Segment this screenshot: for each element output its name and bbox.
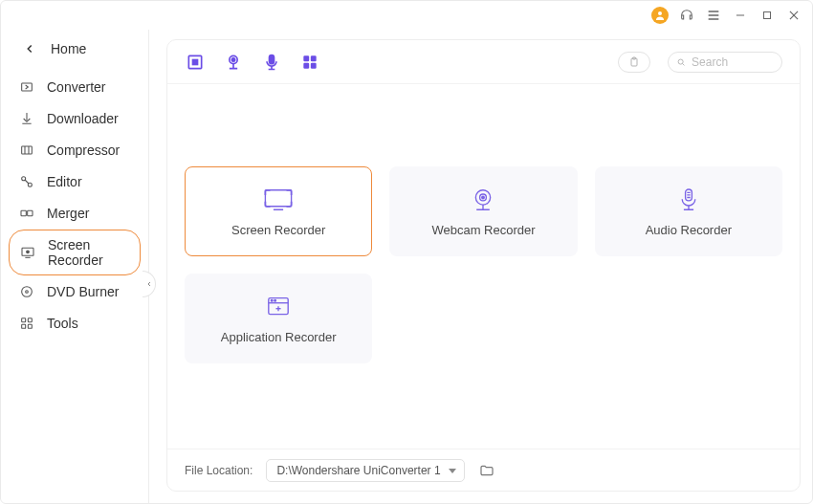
sidebar-item-merger[interactable]: Merger <box>9 198 141 229</box>
svg-point-21 <box>26 291 29 294</box>
sidebar-item-converter[interactable]: Converter <box>9 72 141 102</box>
svg-rect-15 <box>21 210 26 215</box>
svg-rect-27 <box>193 59 198 64</box>
sidebar-item-compressor[interactable]: Compressor <box>9 135 141 165</box>
file-location-path: D:\Wondershare UniConverter 1 <box>276 464 440 477</box>
application-recorder-card[interactable]: Application Recorder <box>185 274 372 363</box>
content-panel: Screen Recorder Webcam Recorder <box>166 39 801 492</box>
merger-icon <box>18 205 35 222</box>
svg-line-14 <box>25 180 29 184</box>
sidebar-item-tools[interactable]: Tools <box>9 308 141 339</box>
card-label: Screen Recorder <box>231 223 325 237</box>
open-folder-button[interactable] <box>478 462 495 479</box>
body: Home Converter Downloader <box>1 30 812 503</box>
sidebar-item-label: Editor <box>47 174 82 189</box>
sidebar-item-label: Downloader <box>47 111 119 126</box>
sidebar: Home Converter Downloader <box>1 30 149 503</box>
sidebar-item-label: Converter <box>47 79 105 95</box>
svg-rect-5 <box>764 12 771 19</box>
svg-line-41 <box>683 63 685 65</box>
svg-rect-31 <box>270 55 275 63</box>
downloader-icon <box>18 110 35 127</box>
card-label: Application Recorder <box>221 330 337 344</box>
svg-rect-34 <box>303 55 309 61</box>
main: Screen Recorder Webcam Recorder <box>149 30 812 503</box>
svg-rect-35 <box>311 55 317 61</box>
footer: File Location: D:\Wondershare UniConvert… <box>167 449 800 491</box>
file-location-label: File Location: <box>185 464 253 477</box>
search-input[interactable] <box>692 55 774 69</box>
search-box[interactable] <box>668 52 782 73</box>
svg-rect-37 <box>311 62 317 68</box>
home-label: Home <box>51 41 86 56</box>
support-icon[interactable] <box>678 7 695 24</box>
sidebar-item-editor[interactable]: Editor <box>9 166 141 197</box>
dvd-burner-icon <box>18 283 35 300</box>
svg-rect-42 <box>266 189 292 206</box>
webcam-recorder-card[interactable]: Webcam Recorder <box>389 166 577 256</box>
menu-icon[interactable] <box>705 7 722 24</box>
mode-webcam-icon[interactable] <box>223 52 244 73</box>
tools-icon <box>18 315 35 332</box>
minimize-button[interactable] <box>732 7 749 24</box>
sidebar-item-label: DVD Burner <box>47 284 119 299</box>
cards-area: Screen Recorder Webcam Recorder <box>167 84 800 449</box>
sidebar-item-dvd-burner[interactable]: DVD Burner <box>9 276 141 307</box>
audio-recorder-card-icon <box>672 186 705 213</box>
svg-point-29 <box>231 57 234 60</box>
card-label: Audio Recorder <box>646 223 732 237</box>
application-recorder-card-icon <box>262 294 295 320</box>
svg-point-40 <box>678 59 683 64</box>
maximize-button[interactable] <box>758 7 776 24</box>
user-avatar[interactable] <box>651 7 669 24</box>
svg-rect-25 <box>28 324 32 328</box>
search-icon <box>676 56 686 68</box>
svg-point-46 <box>482 196 485 199</box>
svg-point-0 <box>658 11 662 15</box>
svg-rect-22 <box>22 318 26 322</box>
converter-icon <box>18 78 35 96</box>
sidebar-item-label: Compressor <box>47 142 120 158</box>
mode-apps-icon[interactable] <box>299 52 320 73</box>
mode-screen-icon[interactable] <box>185 52 206 73</box>
svg-rect-23 <box>28 318 32 322</box>
audio-recorder-card[interactable]: Audio Recorder <box>595 166 782 256</box>
file-location-select[interactable]: D:\Wondershare UniConverter 1 <box>266 459 464 482</box>
toolbar <box>167 40 800 84</box>
svg-rect-36 <box>303 62 309 68</box>
titlebar <box>1 1 812 30</box>
screen-recorder-card-icon <box>262 186 295 213</box>
sidebar-item-label: Screen Recorder <box>48 237 130 268</box>
home-row[interactable]: Home <box>1 33 148 68</box>
clipboard-button[interactable] <box>618 52 650 73</box>
sidebar-item-label: Merger <box>47 206 89 221</box>
sidebar-list: Converter Downloader Compressor <box>1 68 148 342</box>
mode-audio-icon[interactable] <box>261 52 282 73</box>
screen-recorder-icon <box>19 244 36 261</box>
webcam-recorder-card-icon <box>467 186 499 213</box>
app-window: Home Converter Downloader <box>0 0 813 504</box>
back-icon[interactable] <box>22 41 37 56</box>
svg-rect-9 <box>22 146 33 154</box>
close-button[interactable] <box>785 7 802 24</box>
svg-point-18 <box>27 251 30 253</box>
svg-point-57 <box>275 299 276 301</box>
svg-point-56 <box>272 299 274 301</box>
svg-rect-8 <box>22 83 33 91</box>
svg-rect-16 <box>28 210 33 215</box>
compressor-icon <box>18 142 35 159</box>
screen-recorder-card[interactable]: Screen Recorder <box>185 166 372 256</box>
svg-rect-24 <box>22 324 26 328</box>
card-label: Webcam Recorder <box>431 223 535 237</box>
sidebar-item-label: Tools <box>47 316 78 331</box>
sidebar-item-screen-recorder[interactable]: Screen Recorder <box>9 230 141 275</box>
editor-icon <box>18 173 35 190</box>
sidebar-item-downloader[interactable]: Downloader <box>9 103 141 134</box>
svg-point-20 <box>22 287 33 297</box>
